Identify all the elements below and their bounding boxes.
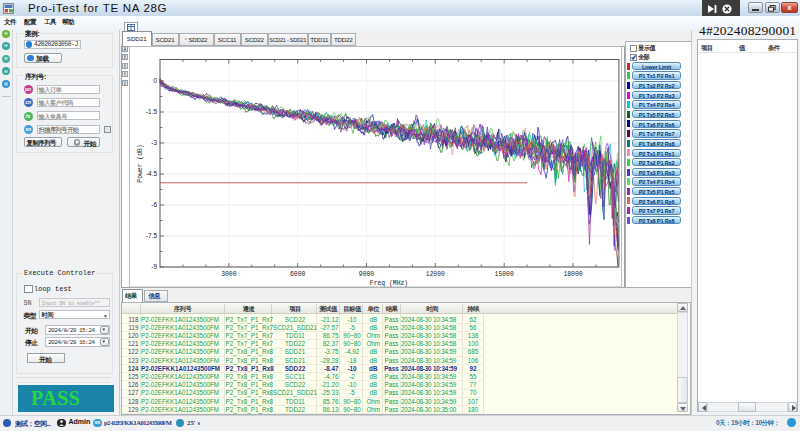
- svg-text:-1.5: -1.5: [146, 108, 157, 115]
- svg-text:9000: 9000: [359, 271, 375, 278]
- svg-text:-3: -3: [151, 139, 157, 146]
- svg-text:Freq (MHz): Freq (MHz): [370, 280, 408, 287]
- svg-text:15000: 15000: [495, 271, 514, 278]
- svg-text:-9: -9: [151, 263, 157, 270]
- svg-text:12000: 12000: [426, 271, 445, 278]
- svg-text:-4.5: -4.5: [146, 170, 157, 177]
- svg-text:0: 0: [153, 77, 157, 84]
- svg-text:6000: 6000: [290, 271, 306, 278]
- svg-text:3000: 3000: [221, 271, 237, 278]
- svg-text:-6: -6: [151, 201, 157, 208]
- svg-text:-7.5: -7.5: [146, 232, 157, 239]
- svg-text:Power (dB): Power (dB): [137, 144, 144, 182]
- svg-text:18000: 18000: [563, 271, 582, 278]
